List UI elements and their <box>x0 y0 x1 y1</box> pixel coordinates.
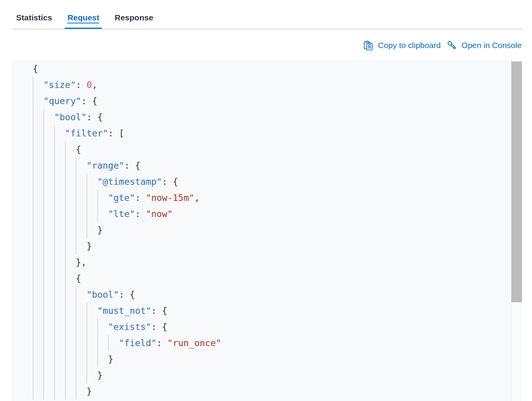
indent-guide <box>76 319 86 335</box>
indent-guide <box>33 319 43 335</box>
indent-guide <box>65 141 76 157</box>
indent-guide <box>65 254 76 270</box>
indent-guide <box>76 222 86 238</box>
indent-guide <box>33 141 43 157</box>
indent-guide <box>33 125 43 141</box>
indent-guide <box>86 351 97 367</box>
indent-guide <box>54 125 65 141</box>
code-line: "bool": { <box>33 109 511 125</box>
indent-guide <box>65 319 76 335</box>
indent-guide <box>97 190 108 206</box>
copy-to-clipboard-label: Copy to clipboard <box>378 41 441 50</box>
indent-guide <box>65 206 76 222</box>
indent-guide <box>33 270 43 287</box>
indent-guide <box>97 206 108 222</box>
indent-guide <box>54 254 65 270</box>
tab-statistics[interactable]: Statistics <box>16 12 52 24</box>
indent-guide <box>33 222 43 238</box>
indent-guide <box>65 383 76 399</box>
indent-guide <box>33 303 43 319</box>
code-line: } <box>33 367 511 383</box>
indent-guide <box>54 351 65 367</box>
code-line: "gte": "now-15m", <box>33 190 511 206</box>
indent-guide <box>54 335 65 351</box>
indent-guide <box>54 174 65 190</box>
indent-guide <box>86 319 97 335</box>
tab-response[interactable]: Response <box>115 12 153 24</box>
code-line: "range": { <box>33 157 511 174</box>
code-scrollbar-thumb[interactable] <box>511 61 522 302</box>
indent-guide <box>65 174 76 190</box>
indent-guide <box>54 141 65 157</box>
indent-guide <box>86 303 97 319</box>
indent-guide <box>76 190 86 206</box>
copy-clipboard-icon <box>363 40 373 50</box>
open-in-console-button[interactable]: Open in Console <box>447 40 522 50</box>
indent-guide <box>33 190 43 206</box>
indent-guide <box>65 287 76 303</box>
indent-guide <box>43 238 54 254</box>
indent-guide <box>54 383 65 399</box>
indent-guide <box>54 303 65 319</box>
indent-guide <box>33 254 43 270</box>
indent-guide <box>97 335 108 351</box>
indent-guide <box>65 222 76 238</box>
tab-request[interactable]: Request <box>67 12 99 24</box>
indent-guide <box>54 206 65 222</box>
indent-guide <box>86 335 97 351</box>
code-line: "filter": [ <box>33 125 511 141</box>
indent-guide <box>54 157 65 174</box>
indent-guide <box>33 351 43 367</box>
indent-guide <box>43 351 54 367</box>
indent-guide <box>65 351 76 367</box>
indent-guide <box>65 335 76 351</box>
code-line: "must_not": { <box>33 303 511 319</box>
indent-guide <box>108 335 119 351</box>
indent-guide <box>86 222 97 238</box>
indent-guide <box>33 206 43 222</box>
code-line: "bool": { <box>33 287 511 303</box>
wrench-icon <box>447 40 457 50</box>
indent-guide <box>33 77 43 93</box>
code-line: } <box>33 383 511 399</box>
indent-guide <box>97 351 108 367</box>
request-actions: Copy to clipboard Open in Console <box>363 39 522 51</box>
indent-guide <box>65 303 76 319</box>
indent-guide <box>76 238 86 254</box>
indent-guide <box>33 383 43 399</box>
tab-bar-divider <box>13 29 522 30</box>
indent-guide <box>54 287 65 303</box>
indent-guide <box>33 157 43 174</box>
indent-guide <box>65 190 76 206</box>
indent-guide <box>33 109 43 125</box>
indent-guide <box>86 174 97 190</box>
indent-guide <box>33 335 43 351</box>
indent-guide <box>54 222 65 238</box>
indent-guide <box>43 254 54 270</box>
indent-guide <box>86 206 97 222</box>
indent-guide <box>43 222 54 238</box>
indent-guide <box>43 109 54 125</box>
indent-guide <box>33 238 43 254</box>
indent-guide <box>76 303 86 319</box>
indent-guide <box>43 367 54 383</box>
indent-guide <box>76 367 86 383</box>
indent-guide <box>65 238 76 254</box>
indent-guide <box>33 174 43 190</box>
open-in-console-label: Open in Console <box>462 41 522 50</box>
code-line: "query": { <box>33 93 511 109</box>
code-line: "exists": { <box>33 319 511 335</box>
indent-guide <box>43 157 54 174</box>
indent-guide <box>33 287 43 303</box>
request-code-editor[interactable]: {"size": 0,"query": {"bool": {"filter": … <box>12 60 522 401</box>
indent-guide <box>54 270 65 287</box>
code-line: "size": 0, <box>33 77 511 93</box>
indent-guide <box>65 157 76 174</box>
indent-guide <box>43 270 54 287</box>
code-line: }, <box>33 254 511 270</box>
indent-guide <box>54 319 65 335</box>
code-line: } <box>33 222 511 238</box>
code-line: { <box>33 61 511 77</box>
copy-to-clipboard-button[interactable]: Copy to clipboard <box>363 40 441 50</box>
indent-guide <box>65 270 76 287</box>
